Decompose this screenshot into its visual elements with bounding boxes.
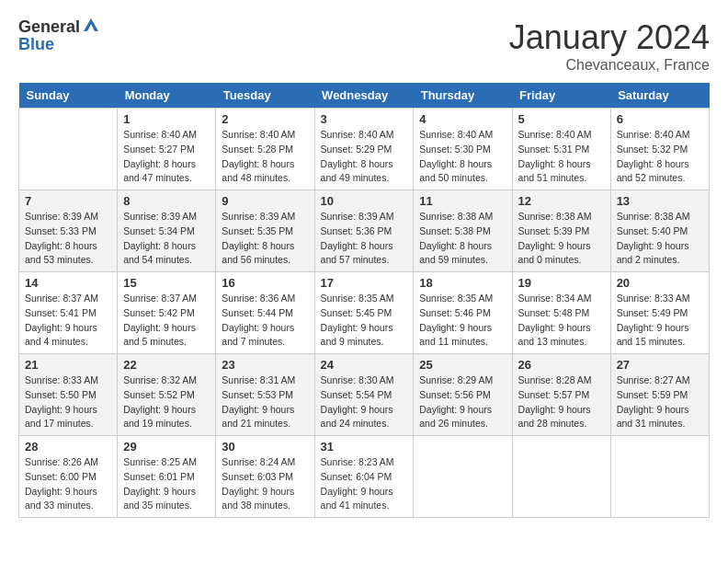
day-number: 24	[321, 358, 408, 372]
sunset-text: Sunset: 5:40 PM	[617, 225, 688, 236]
sunset-text: Sunset: 5:56 PM	[419, 389, 491, 400]
sunrise-text: Sunrise: 8:39 AM	[222, 211, 295, 222]
calendar-cell: 16Sunrise: 8:36 AMSunset: 5:44 PMDayligh…	[216, 272, 314, 354]
sunset-text: Sunset: 5:59 PM	[617, 389, 688, 400]
day-info: Sunrise: 8:35 AMSunset: 5:46 PMDaylight:…	[419, 292, 506, 350]
day-number: 26	[518, 358, 605, 372]
sunset-text: Sunset: 5:36 PM	[321, 225, 392, 236]
calendar-subtitle: Chevanceaux, France	[509, 57, 710, 74]
sunset-text: Sunset: 5:38 PM	[419, 225, 491, 236]
sunset-text: Sunset: 5:28 PM	[222, 144, 293, 155]
day-info: Sunrise: 8:39 AMSunset: 5:33 PMDaylight:…	[25, 210, 111, 268]
day-info: Sunrise: 8:39 AMSunset: 5:34 PMDaylight:…	[123, 210, 210, 268]
daylight-text: Daylight: 9 hours and 21 minutes.	[222, 404, 294, 430]
sunrise-text: Sunrise: 8:39 AM	[25, 211, 98, 222]
day-info: Sunrise: 8:37 AMSunset: 5:42 PMDaylight:…	[123, 292, 210, 350]
day-info: Sunrise: 8:25 AMSunset: 6:01 PMDaylight:…	[123, 455, 210, 513]
sunrise-text: Sunrise: 8:25 AM	[123, 456, 197, 467]
day-info: Sunrise: 8:34 AMSunset: 5:48 PMDaylight:…	[518, 292, 605, 350]
sunrise-text: Sunrise: 8:38 AM	[617, 211, 690, 222]
daylight-text: Daylight: 8 hours and 53 minutes.	[25, 240, 97, 266]
col-header-monday: Monday	[118, 83, 216, 109]
day-number: 21	[25, 358, 111, 372]
calendar-cell: 3Sunrise: 8:40 AMSunset: 5:29 PMDaylight…	[314, 109, 414, 190]
day-number: 16	[222, 276, 308, 290]
day-number: 25	[419, 358, 506, 372]
calendar-cell: 23Sunrise: 8:31 AMSunset: 5:53 PMDayligh…	[216, 354, 314, 436]
calendar-cell: 2Sunrise: 8:40 AMSunset: 5:28 PMDaylight…	[216, 109, 314, 190]
calendar-cell	[414, 436, 512, 518]
day-info: Sunrise: 8:32 AMSunset: 5:52 PMDaylight:…	[123, 373, 210, 431]
calendar-cell: 1Sunrise: 8:40 AMSunset: 5:27 PMDaylight…	[118, 109, 216, 190]
sunrise-text: Sunrise: 8:40 AM	[222, 129, 295, 140]
daylight-text: Daylight: 8 hours and 56 minutes.	[222, 240, 294, 266]
day-info: Sunrise: 8:29 AMSunset: 5:56 PMDaylight:…	[419, 373, 506, 431]
day-info: Sunrise: 8:40 AMSunset: 5:28 PMDaylight:…	[222, 128, 308, 186]
daylight-text: Daylight: 9 hours and 9 minutes.	[321, 322, 393, 348]
calendar-cell: 4Sunrise: 8:40 AMSunset: 5:30 PMDaylight…	[414, 109, 512, 190]
sunset-text: Sunset: 5:48 PM	[518, 307, 590, 318]
day-info: Sunrise: 8:37 AMSunset: 5:41 PMDaylight:…	[25, 292, 111, 350]
day-number: 5	[518, 112, 605, 126]
daylight-text: Daylight: 9 hours and 2 minutes.	[617, 240, 689, 266]
sunset-text: Sunset: 5:45 PM	[321, 307, 392, 318]
daylight-text: Daylight: 9 hours and 19 minutes.	[123, 404, 196, 430]
calendar-cell: 28Sunrise: 8:26 AMSunset: 6:00 PMDayligh…	[19, 436, 118, 518]
sunrise-text: Sunrise: 8:32 AM	[123, 374, 197, 385]
col-header-saturday: Saturday	[610, 83, 709, 109]
day-number: 8	[123, 194, 210, 208]
day-info: Sunrise: 8:36 AMSunset: 5:44 PMDaylight:…	[222, 292, 308, 350]
calendar-cell: 31Sunrise: 8:23 AMSunset: 6:04 PMDayligh…	[314, 436, 414, 518]
col-header-sunday: Sunday	[19, 83, 118, 109]
calendar-cell: 26Sunrise: 8:28 AMSunset: 5:57 PMDayligh…	[512, 354, 610, 436]
day-info: Sunrise: 8:40 AMSunset: 5:30 PMDaylight:…	[419, 128, 506, 186]
daylight-text: Daylight: 9 hours and 7 minutes.	[222, 322, 294, 348]
calendar-cell: 19Sunrise: 8:34 AMSunset: 5:48 PMDayligh…	[512, 272, 610, 354]
day-number: 20	[617, 276, 703, 290]
sunset-text: Sunset: 5:53 PM	[222, 389, 293, 400]
sunrise-text: Sunrise: 8:24 AM	[222, 456, 295, 467]
sunrise-text: Sunrise: 8:26 AM	[25, 456, 98, 467]
sunset-text: Sunset: 5:52 PM	[123, 389, 195, 400]
daylight-text: Daylight: 9 hours and 35 minutes.	[123, 486, 196, 511]
day-info: Sunrise: 8:26 AMSunset: 6:00 PMDaylight:…	[25, 455, 111, 513]
sunrise-text: Sunrise: 8:40 AM	[419, 129, 493, 140]
day-info: Sunrise: 8:40 AMSunset: 5:29 PMDaylight:…	[321, 128, 408, 186]
calendar-cell: 15Sunrise: 8:37 AMSunset: 5:42 PMDayligh…	[118, 272, 216, 354]
week-row-2: 7Sunrise: 8:39 AMSunset: 5:33 PMDaylight…	[19, 190, 710, 272]
calendar-cell	[512, 436, 610, 518]
day-info: Sunrise: 8:31 AMSunset: 5:53 PMDaylight:…	[222, 373, 308, 431]
page-header: General Blue January 2024 Chevanceaux, F…	[18, 18, 710, 74]
calendar-cell	[610, 436, 709, 518]
day-info: Sunrise: 8:40 AMSunset: 5:27 PMDaylight:…	[123, 128, 210, 186]
calendar-cell: 8Sunrise: 8:39 AMSunset: 5:34 PMDaylight…	[118, 190, 216, 272]
calendar-cell: 6Sunrise: 8:40 AMSunset: 5:32 PMDaylight…	[610, 109, 709, 190]
day-number: 22	[123, 358, 210, 372]
sunset-text: Sunset: 5:35 PM	[222, 225, 293, 236]
week-row-5: 28Sunrise: 8:26 AMSunset: 6:00 PMDayligh…	[19, 436, 710, 518]
sunset-text: Sunset: 5:30 PM	[419, 144, 491, 155]
sunrise-text: Sunrise: 8:23 AM	[321, 456, 394, 467]
day-info: Sunrise: 8:30 AMSunset: 5:54 PMDaylight:…	[321, 373, 408, 431]
calendar-cell: 27Sunrise: 8:27 AMSunset: 5:59 PMDayligh…	[610, 354, 709, 436]
sunrise-text: Sunrise: 8:40 AM	[321, 129, 394, 140]
sunrise-text: Sunrise: 8:39 AM	[123, 211, 197, 222]
calendar-cell: 21Sunrise: 8:33 AMSunset: 5:50 PMDayligh…	[19, 354, 118, 436]
daylight-text: Daylight: 9 hours and 15 minutes.	[617, 322, 689, 348]
daylight-text: Daylight: 9 hours and 17 minutes.	[25, 404, 97, 430]
sunset-text: Sunset: 5:32 PM	[617, 144, 688, 155]
sunrise-text: Sunrise: 8:29 AM	[419, 374, 493, 385]
sunrise-text: Sunrise: 8:34 AM	[518, 293, 592, 304]
sunrise-text: Sunrise: 8:33 AM	[617, 293, 690, 304]
day-info: Sunrise: 8:39 AMSunset: 5:35 PMDaylight:…	[222, 210, 308, 268]
calendar-cell: 14Sunrise: 8:37 AMSunset: 5:41 PMDayligh…	[19, 272, 118, 354]
day-number: 27	[617, 358, 703, 372]
sunset-text: Sunset: 5:44 PM	[222, 307, 293, 318]
day-number: 9	[222, 194, 308, 208]
daylight-text: Daylight: 9 hours and 38 minutes.	[222, 486, 294, 511]
daylight-text: Daylight: 9 hours and 31 minutes.	[617, 404, 689, 430]
logo-general: General	[18, 17, 80, 36]
daylight-text: Daylight: 8 hours and 50 minutes.	[419, 158, 492, 184]
week-row-1: 1Sunrise: 8:40 AMSunset: 5:27 PMDaylight…	[19, 109, 710, 190]
daylight-text: Daylight: 8 hours and 48 minutes.	[222, 158, 294, 184]
